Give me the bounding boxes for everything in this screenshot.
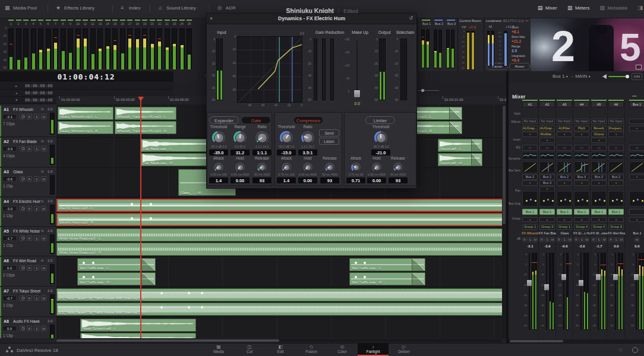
- track-volume-box[interactable]: -1.7: [2, 236, 17, 241]
- timecode-row-value[interactable]: 00:00:00:00: [25, 98, 52, 103]
- track-r-button[interactable]: R: [27, 176, 32, 182]
- audio-clip[interactable]: Whoosh_Transition-05.mp3 - R: [115, 121, 176, 134]
- track-header-A3[interactable]: A3Glassfx1.0-0.6RSM1 Clip: [0, 168, 56, 197]
- knob-value[interactable]: 0.00: [230, 177, 250, 184]
- lock-icon[interactable]: [20, 176, 25, 182]
- track-m-button[interactable]: M: [41, 146, 46, 151]
- audio-clip[interactable]: Electric Hum.mp3 - R: [56, 213, 506, 226]
- volume-slider-handle[interactable]: [626, 75, 629, 78]
- fade-handle[interactable]: [412, 259, 425, 271]
- tp-meter[interactable]: [466, 31, 470, 70]
- timeline-zoom-slider[interactable]: [418, 90, 439, 91]
- track-header-A1[interactable]: A1FX Whooshfx2.0-2.1RSM7 Clips: [0, 106, 56, 137]
- timecode-row-value[interactable]: 00:00:00:00: [25, 84, 52, 88]
- timeline-v-scrollbar[interactable]: [502, 104, 506, 339]
- automation-point[interactable]: [355, 276, 357, 278]
- mixer-scroll-thumb[interactable]: [510, 340, 563, 342]
- tp-meter[interactable]: [471, 31, 475, 70]
- limiter-tab[interactable]: Limiter: [365, 116, 395, 124]
- audio-clip[interactable]: Wet Traffic.wav - L: [349, 258, 425, 271]
- release-knob[interactable]: [395, 164, 402, 171]
- automation-point[interactable]: [92, 276, 94, 278]
- track-volume-box[interactable]: 0.0: [2, 326, 17, 331]
- track-m-button[interactable]: M: [41, 326, 46, 331]
- track-volume-box[interactable]: -2.1: [2, 114, 17, 119]
- dialog-titlebar[interactable]: × Dynamics - FX Electric Hum ↺: [207, 14, 416, 24]
- davinci-logo[interactable]: [6, 347, 13, 353]
- track-m-button[interactable]: M: [41, 236, 46, 241]
- audio-clip[interactable]: Hawk Screech.aiff - R: [80, 333, 196, 338]
- track-r-button[interactable]: R: [27, 265, 32, 271]
- track-header-A2[interactable]: A2FX Fan Bladefx2.0-3.9RSM4 Clips: [0, 138, 56, 167]
- audio-clip[interactable]: White Noise Road.mp3 - L: [56, 228, 506, 241]
- page-tab-edit[interactable]: ◧Edit: [265, 343, 296, 356]
- knob-value[interactable]: 3.5:1: [298, 149, 318, 156]
- automation-point[interactable]: [150, 217, 152, 220]
- h-scroll-thumb[interactable]: [56, 339, 279, 342]
- knob-value[interactable]: 1.4: [276, 177, 296, 184]
- hold-knob[interactable]: [305, 164, 311, 171]
- track-volume-box[interactable]: -0.7: [2, 295, 17, 301]
- track-r-button[interactable]: R: [27, 236, 32, 241]
- track-r-button[interactable]: R: [27, 326, 32, 331]
- gate-tab[interactable]: Gate: [241, 116, 271, 124]
- fade-handle[interactable]: [471, 139, 482, 151]
- track-s-button[interactable]: S: [34, 114, 39, 119]
- lock-icon[interactable]: [20, 265, 25, 271]
- monitor-volume-slider[interactable]: [608, 76, 629, 77]
- timeline-h-scrollbar[interactable]: [56, 339, 502, 342]
- track-s-button[interactable]: S: [34, 236, 39, 241]
- page-tab-fairlight[interactable]: ♪Fairlight: [358, 343, 389, 356]
- loudness-menu-icon[interactable]: •••: [525, 19, 528, 23]
- fade-handle[interactable]: [412, 273, 425, 285]
- audio-clip[interactable]: Hawk Screech.aiff - L: [80, 319, 196, 332]
- track-volume-box[interactable]: -3.9: [2, 146, 17, 151]
- track-r-button[interactable]: R: [27, 146, 32, 151]
- track-s-button[interactable]: S: [34, 326, 39, 331]
- attack-knob[interactable]: [216, 164, 222, 171]
- fx-badge[interactable]: fx: [41, 229, 44, 233]
- audio-clip[interactable]: ES_Tokyo Japan City Traffic Atmos With S…: [56, 303, 506, 316]
- fade-handle[interactable]: [449, 122, 462, 134]
- zoom-slider-handle[interactable]: [421, 89, 424, 92]
- track-header-A5[interactable]: A5FX White Noisefx2.0-1.7RSM1 Clip: [0, 227, 56, 256]
- attack-knob[interactable]: [353, 164, 359, 171]
- lock-icon[interactable]: [20, 326, 25, 331]
- track-m-button[interactable]: M: [41, 265, 46, 271]
- fade-handle[interactable]: [141, 273, 155, 285]
- automation-point[interactable]: [92, 262, 94, 264]
- fade-handle[interactable]: [449, 107, 462, 119]
- makeup-slider-handle[interactable]: [353, 90, 361, 98]
- reset-button[interactable]: Reset: [509, 63, 530, 70]
- fx-badge[interactable]: fx: [41, 170, 44, 173]
- track-m-button[interactable]: M: [41, 206, 46, 211]
- track-header-A4[interactable]: A4FX Electric Humfx2.0-3.0RSM1 Clip: [0, 198, 56, 227]
- viewer-expand-icon[interactable]: [636, 65, 642, 69]
- automation-point[interactable]: [150, 203, 152, 205]
- audio-clip[interactable]: Heavy Whoosh.mp3 - R: [58, 121, 113, 134]
- audio-clip[interactable]: Heavy Whoosh.mp3 - L: [58, 107, 113, 120]
- track-s-button[interactable]: S: [34, 146, 39, 151]
- automation-point[interactable]: [188, 306, 190, 309]
- settings-icon[interactable]: [632, 347, 638, 353]
- knob-value[interactable]: 0.00: [298, 177, 318, 184]
- knob-value[interactable]: 1:1.1: [252, 149, 272, 156]
- knob-value[interactable]: 31.2: [230, 149, 250, 156]
- reset-history-icon[interactable]: ↺: [409, 15, 413, 21]
- release-knob[interactable]: [327, 164, 333, 171]
- audio-clip[interactable]: Wet Traffic.wav - R: [77, 272, 156, 285]
- track-volume-box[interactable]: 0.0: [2, 265, 17, 271]
- video-viewer[interactable]: 2 5: [531, 18, 644, 71]
- audio-clip[interactable]: Whoosh_Transition-05.mp3 - L: [115, 107, 176, 120]
- ratio-knob[interactable]: [303, 133, 313, 143]
- hold-knob[interactable]: [237, 164, 244, 171]
- track-m-button[interactable]: M: [41, 295, 46, 301]
- dim-button[interactable]: DIM: [632, 73, 642, 80]
- knob-value[interactable]: 0.00: [367, 177, 387, 184]
- track-s-button[interactable]: S: [34, 176, 39, 182]
- send-button[interactable]: Send: [319, 129, 339, 136]
- knob-value[interactable]: 1.4: [209, 177, 229, 184]
- threshold-knob[interactable]: [282, 133, 292, 143]
- page-tab-cut[interactable]: ◫Cut: [234, 343, 265, 356]
- track-volume-box[interactable]: -0.6: [2, 176, 17, 182]
